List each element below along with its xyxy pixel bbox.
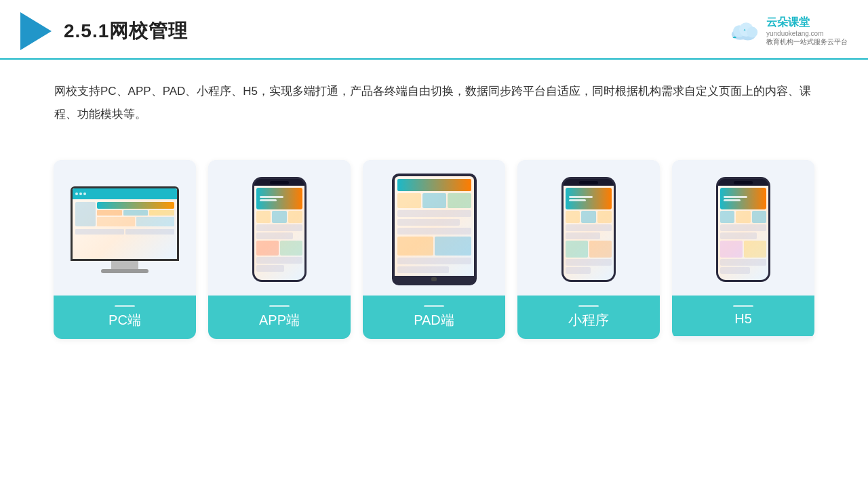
card-h5-image	[672, 160, 814, 296]
phone-mockup-h5	[716, 177, 770, 282]
phone-mockup-app	[252, 177, 307, 282]
brand-section: ☁ ✦ 云朵课堂 yunduoketang.com 教育机构一站式服务云平台	[728, 16, 848, 47]
pc-mockup	[71, 186, 179, 273]
card-app-image	[208, 160, 351, 296]
card-miniapp: 小程序	[517, 160, 660, 339]
svg-text:☁: ☁	[732, 34, 736, 39]
description-text: 网校支持PC、APP、PAD、小程序、H5，实现多端打通，产品各终端自由切换，数…	[54, 85, 811, 121]
card-pc: PC端	[54, 160, 196, 339]
phone-frame-h5	[716, 177, 770, 282]
card-h5: H5	[672, 160, 814, 339]
card-miniapp-image	[517, 160, 660, 296]
pc-base	[101, 269, 149, 273]
logo-triangle-icon	[20, 12, 52, 50]
brand-right-text: 云朵课堂 yunduoketang.com 教育机构一站式服务云平台	[766, 16, 848, 47]
tablet-frame	[392, 174, 477, 285]
card-miniapp-label: 小程序	[517, 296, 660, 339]
phone-frame-miniapp	[561, 177, 616, 282]
brand-name-text: 云朵课堂	[766, 16, 810, 30]
card-pc-label: PC端	[54, 296, 196, 339]
svg-point-4	[747, 27, 757, 38]
phone-frame-app	[252, 177, 307, 282]
card-app: APP端	[208, 160, 351, 339]
card-h5-label: H5	[672, 296, 814, 336]
card-pc-image	[54, 160, 196, 296]
svg-text:✦: ✦	[743, 28, 746, 32]
phone-mockup-miniapp	[561, 177, 616, 282]
brand-row: ☁ ✦ 云朵课堂 yunduoketang.com 教育机构一站式服务云平台	[728, 16, 848, 47]
pc-screen	[73, 188, 177, 259]
cloud-logo-icon: ☁ ✦	[728, 20, 761, 42]
card-pad: PAD端	[363, 160, 505, 339]
brand-tagline-text: 教育机构一站式服务云平台	[766, 37, 848, 47]
page-header: 2.5.1网校管理 ☁ ✦ 云朵课堂 yunduoketang.com 教育机构…	[0, 0, 868, 60]
pc-monitor	[71, 186, 179, 261]
cards-container: PC端	[0, 140, 868, 359]
card-app-label: APP端	[208, 296, 351, 339]
card-pad-image	[363, 160, 505, 296]
tablet-mockup	[392, 174, 477, 285]
brand-url-text: yunduoketang.com	[766, 30, 824, 37]
header-left: 2.5.1网校管理	[20, 12, 188, 50]
page-title: 2.5.1网校管理	[64, 18, 188, 44]
description-block: 网校支持PC、APP、PAD、小程序、H5，实现多端打通，产品各终端自由切换，数…	[0, 60, 868, 133]
card-pad-label: PAD端	[363, 296, 505, 339]
pc-stand	[111, 261, 138, 269]
